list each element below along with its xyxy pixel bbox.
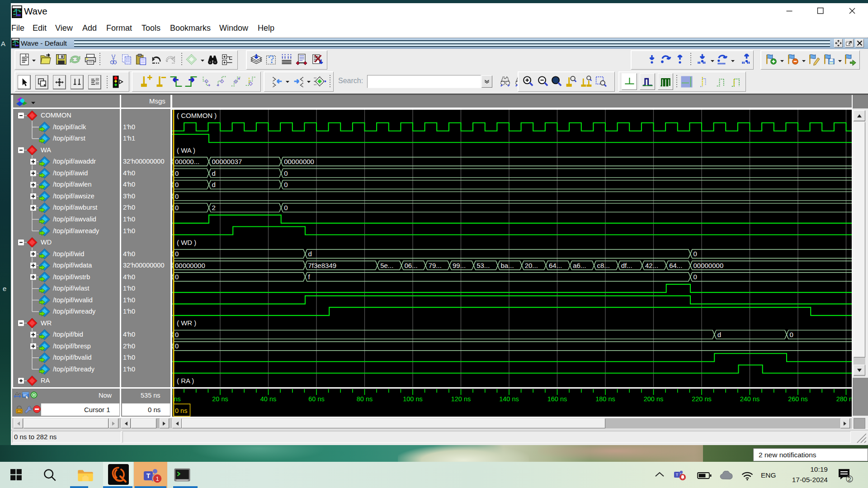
- svg-text:60 ns: 60 ns: [308, 395, 324, 403]
- svg-text:100 ns: 100 ns: [403, 395, 423, 403]
- svg-text:T: T: [146, 472, 151, 479]
- svg-text:ns: ns: [174, 395, 181, 403]
- svg-text:1: 1: [156, 475, 159, 482]
- svg-text:200 ns: 200 ns: [644, 395, 664, 403]
- svg-text:40 ns: 40 ns: [260, 395, 276, 403]
- svg-text:140 ns: 140 ns: [499, 395, 519, 403]
- svg-text:20 ns: 20 ns: [212, 395, 228, 403]
- svg-text:240 ns: 240 ns: [740, 395, 760, 403]
- svg-text:160 ns: 160 ns: [547, 395, 567, 403]
- svg-text:T: T: [676, 473, 679, 477]
- svg-text:0 ns: 0 ns: [175, 407, 187, 414]
- svg-text:180 ns: 180 ns: [595, 395, 615, 403]
- svg-text:80 ns: 80 ns: [357, 395, 373, 403]
- svg-text:220 ns: 220 ns: [692, 395, 712, 403]
- svg-text:2: 2: [848, 476, 851, 483]
- svg-text:260 ns: 260 ns: [788, 395, 808, 403]
- svg-text:120 ns: 120 ns: [451, 395, 471, 403]
